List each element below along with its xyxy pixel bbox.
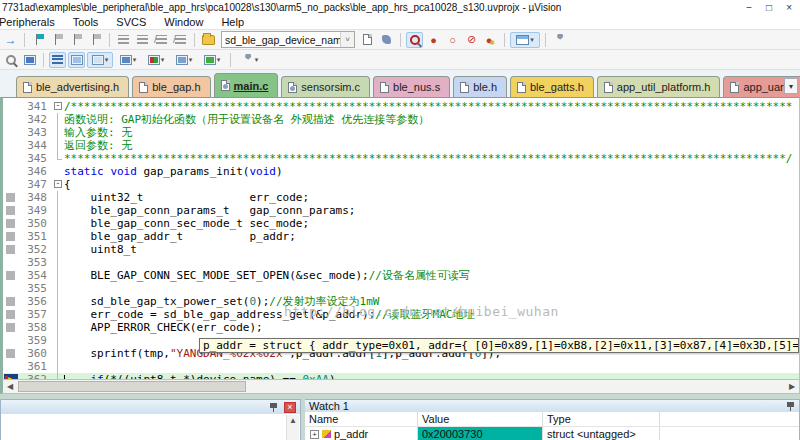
line-number: 347	[19, 178, 53, 191]
line-gutter[interactable]	[3, 217, 19, 230]
minimize-button[interactable]: −	[746, 2, 752, 13]
line-number: 353	[19, 256, 53, 269]
code-text: /***************************************…	[64, 100, 799, 113]
tab-sensorsim-c[interactable]: sensorsim.c	[281, 76, 370, 97]
line-gutter[interactable]	[3, 152, 19, 165]
help-search-icon[interactable]	[378, 32, 395, 48]
expand-icon[interactable]: +	[310, 430, 319, 439]
code-editor[interactable]: 341-/***********************************…	[0, 97, 800, 379]
line-gutter[interactable]	[3, 243, 19, 256]
configure-icon[interactable]	[551, 32, 568, 48]
output-panel-body[interactable]: ▲	[1, 414, 300, 440]
scroll-right-icon[interactable]: ▶	[785, 380, 799, 393]
fold-toggle-icon[interactable]: -	[53, 178, 64, 191]
line-gutter[interactable]	[3, 282, 19, 295]
breakpoint-disable-all-icon[interactable]: ⊘	[463, 32, 480, 48]
callstack-window-icon[interactable]	[68, 52, 85, 68]
fold-margin	[53, 152, 64, 165]
watch-column-name[interactable]: Name	[305, 412, 418, 426]
editor-hscrollbar[interactable]: ◀ ▶	[0, 379, 800, 394]
search-combobox[interactable]: sd_ble_gap_device_name ˅	[221, 31, 355, 48]
pin-icon[interactable]	[269, 402, 278, 413]
chevron-down-icon[interactable]: ˅	[340, 32, 354, 47]
line-gutter[interactable]	[3, 204, 19, 217]
menu-item-window[interactable]: Window	[155, 16, 212, 28]
text-caret	[64, 375, 65, 380]
line-number: 351	[19, 230, 53, 243]
line-gutter[interactable]	[3, 256, 19, 269]
line-gutter[interactable]	[3, 126, 19, 139]
close-button[interactable]: ×	[786, 2, 792, 13]
uncomment-selection-icon[interactable]: /	[172, 32, 189, 48]
breakpoint-disable-icon[interactable]: ○	[444, 32, 461, 48]
line-gutter[interactable]	[3, 230, 19, 243]
panel-close-icon[interactable]: ×	[284, 402, 296, 413]
menu-item-svcs[interactable]: SVCS	[107, 16, 155, 28]
fold-margin	[53, 334, 64, 347]
debug-windows-icon[interactable]: ▾	[510, 32, 540, 48]
project-window-icon[interactable]	[21, 52, 38, 68]
line-gutter[interactable]	[3, 139, 19, 152]
hscroll-thumb[interactable]	[18, 381, 246, 392]
find-in-files-icon[interactable]	[359, 32, 376, 48]
debug-session-icon[interactable]	[406, 32, 423, 48]
toolbox-icon[interactable]: ▾	[236, 52, 264, 68]
line-gutter[interactable]	[3, 191, 19, 204]
bookmark-toggle-icon[interactable]	[30, 32, 47, 48]
watch-row-p_addr[interactable]: +p_addr0x20003730struct <untagged>	[305, 427, 799, 440]
indent-left-icon[interactable]	[115, 32, 132, 48]
menu-item-help[interactable]: Help	[212, 16, 253, 28]
navigate-forward-icon[interactable]: →	[2, 32, 19, 48]
line-gutter[interactable]	[3, 334, 19, 347]
tab-ble-gatts-h[interactable]: ble_gatts.h	[510, 76, 594, 97]
line-gutter[interactable]	[3, 178, 19, 191]
current-statement-icon[interactable]: ▶	[3, 373, 19, 379]
comment-selection-icon[interactable]: /	[153, 32, 170, 48]
scroll-left-icon[interactable]: ◀	[3, 380, 17, 393]
pin-icon[interactable]	[786, 401, 795, 412]
line-gutter[interactable]	[3, 360, 19, 373]
breakpoint-toggle-icon[interactable]: ●	[425, 32, 442, 48]
output-vscrollbar[interactable]: ▲	[286, 415, 299, 440]
maximize-button[interactable]: □	[766, 2, 772, 13]
tab-overflow-button[interactable]: ▾	[784, 78, 798, 94]
tab-app-util-platform-h[interactable]: app_util_platform.h	[597, 76, 721, 97]
search-input[interactable]: sd_ble_gap_device_name	[222, 34, 340, 46]
serial-window-icon[interactable]: ▾	[143, 52, 169, 68]
tab-ble-gap-h[interactable]: ble_gap.h	[132, 76, 210, 97]
line-gutter[interactable]	[3, 269, 19, 282]
watch-table: NameValueType+p_addr0x20003730struct <un…	[305, 412, 799, 440]
code-text: err_code = sd_ble_gap_address_get(&p_add…	[64, 308, 799, 321]
code-text: APP_ERROR_CHECK(err_code);	[64, 321, 799, 334]
line-gutter[interactable]	[3, 295, 19, 308]
bookmark-next-icon[interactable]	[68, 32, 85, 48]
line-gutter[interactable]	[3, 308, 19, 321]
bookmark-prev-icon[interactable]	[49, 32, 66, 48]
line-gutter[interactable]	[3, 321, 19, 334]
watch-column-value[interactable]: Value	[418, 412, 543, 426]
tab-ble-h[interactable]: ble.h	[453, 76, 507, 97]
bookmark-clear-icon[interactable]	[87, 32, 104, 48]
watch-window-icon[interactable]: ▾	[87, 52, 113, 68]
zoom-view-icon[interactable]	[2, 52, 19, 68]
system-viewer-icon[interactable]: ▾	[199, 52, 225, 68]
code-line-348: 348 uint32_t err_code;	[3, 191, 799, 204]
fold-toggle-icon[interactable]: -	[53, 100, 64, 113]
line-gutter[interactable]	[3, 165, 19, 178]
breakpoint-kill-all-icon[interactable]: ●✱	[482, 32, 499, 48]
scroll-up-icon[interactable]: ▲	[287, 415, 299, 427]
watch-column-type[interactable]: Type	[543, 412, 660, 426]
tab-ble-nus-s[interactable]: ble_nus.s	[373, 76, 450, 97]
tab-main-c[interactable]: main.c	[214, 73, 279, 97]
command-window-icon[interactable]	[49, 52, 66, 68]
indent-right-icon[interactable]	[134, 32, 151, 48]
line-gutter[interactable]	[3, 347, 19, 360]
memory-window-icon[interactable]: ▾	[115, 52, 141, 68]
line-gutter[interactable]	[3, 100, 19, 113]
analysis-window-icon[interactable]: ▾	[171, 52, 197, 68]
file-tab-bar: ble_advertising.hble_gap.hmain.csensorsi…	[0, 70, 800, 97]
tab-ble-advertising-h[interactable]: ble_advertising.h	[16, 76, 129, 97]
menu-item-peripherals[interactable]: Peripherals	[0, 16, 64, 28]
line-gutter[interactable]	[3, 113, 19, 126]
menu-item-tools[interactable]: Tools	[64, 16, 108, 28]
